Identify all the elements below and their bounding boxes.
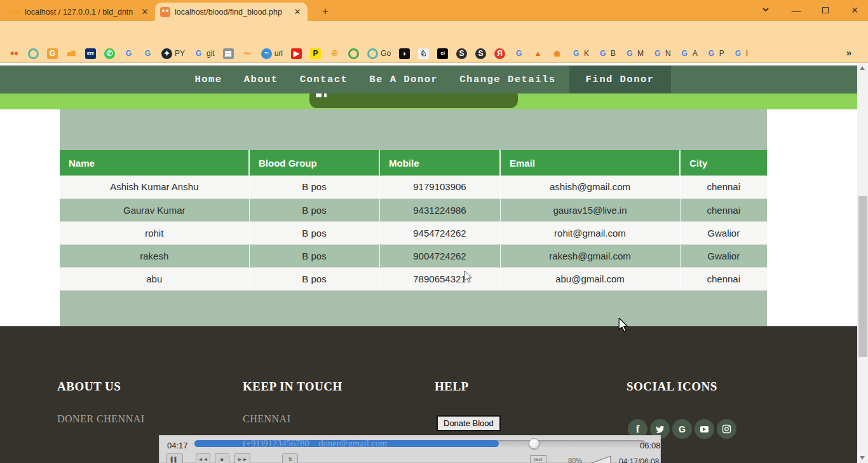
next-button[interactable]: ►►	[234, 453, 250, 463]
footer-heading: SOCIAL ICONS	[627, 380, 717, 394]
tab-phpmyadmin[interactable]: PMA localhost / 127.0.0.1 / bld_dntn / ✕	[6, 3, 154, 21]
bookmark-google-search-2[interactable]: G	[142, 48, 153, 59]
green-ring-icon	[348, 48, 359, 59]
restore-button[interactable]	[820, 5, 831, 17]
shuffle-button[interactable]: ⇅	[282, 453, 298, 463]
new-tab-button[interactable]: +	[319, 5, 332, 18]
bookmark-github[interactable]: ✦PY	[161, 48, 185, 59]
google-git-icon: G	[193, 48, 204, 59]
bookmark-google-a[interactable]: GA	[679, 48, 698, 59]
bookmark-screen-recorder[interactable]: ✇	[329, 48, 340, 59]
bookmark-runner[interactable]: ♘	[418, 48, 429, 59]
elapsed-time: 04:17	[167, 441, 188, 450]
scroll-down-arrow[interactable]	[860, 456, 865, 460]
donor-cell: 9431224986	[379, 198, 500, 221]
bookmark-diamond-pair[interactable]: ◆◆	[9, 48, 20, 59]
google-search-3-icon: G	[513, 48, 524, 59]
bookmark-google-m[interactable]: GM	[624, 48, 644, 59]
google-search-2-icon: G	[142, 48, 153, 59]
google-icon[interactable]: G	[672, 419, 692, 439]
bookmark-p-docs[interactable]: P	[310, 48, 321, 59]
tab-close-icon[interactable]: ✕	[140, 7, 150, 17]
bookmark-youtube[interactable]: ▶	[291, 48, 302, 59]
nav-item-be-a-donor[interactable]: Be A Donor	[361, 66, 446, 93]
bookmark-gandi-ring[interactable]	[28, 48, 39, 59]
pause-button[interactable]: ▌▌	[166, 453, 183, 463]
donor-cell: Gwalior	[680, 221, 767, 244]
bookmark-google-b[interactable]: GB	[597, 48, 616, 59]
tab-find-blood[interactable]: localhost/blood/find_blood.php ✕	[155, 3, 308, 21]
bookmark-dark-globe[interactable]: S	[456, 48, 467, 59]
bird-app-icon: ◗	[399, 48, 410, 59]
bookmark-google-i[interactable]: GI	[733, 48, 748, 59]
scroll-up-arrow[interactable]	[860, 66, 865, 70]
tab-close-icon[interactable]: ✕	[292, 7, 302, 17]
nav-item-about[interactable]: About	[236, 66, 287, 93]
volume-wedge-icon[interactable]	[590, 455, 612, 463]
bookmark-phpmyadmin[interactable]: PMA	[242, 48, 253, 59]
tab-search-icon[interactable]	[760, 5, 771, 17]
orange-docs-icon: G	[47, 48, 58, 59]
donor-cell: abu	[60, 267, 249, 290]
instagram-icon[interactable]	[717, 419, 736, 439]
column-header: Name	[60, 150, 249, 176]
donor-cell: chennai	[680, 198, 767, 221]
page-scrollbar[interactable]	[857, 63, 868, 463]
minimize-button[interactable]: —	[790, 5, 802, 17]
stop-button[interactable]: ■	[215, 453, 229, 463]
bookmark-bird-app[interactable]: ◗	[399, 48, 410, 59]
nav-item-change-details[interactable]: Change Details	[451, 66, 564, 93]
bookmark-yandex[interactable]: Я	[494, 48, 505, 59]
footer-col-contact: KEEP IN TOUCH	[243, 380, 342, 394]
bookmark-eye[interactable]: ◉	[552, 48, 562, 59]
runner-icon: ♘	[418, 48, 429, 59]
tab-strip: PMA localhost / 127.0.0.1 / bld_dntn / ✕…	[0, 0, 868, 21]
bookmark-matlab[interactable]: ▲	[532, 48, 543, 59]
bookmark-cl-tool[interactable]: cl	[437, 48, 448, 59]
bookmark-label: I	[746, 49, 748, 58]
bookmark-ieee[interactable]: IEEE	[85, 48, 96, 59]
gandi-ring-icon	[28, 48, 39, 59]
donor-cell: Gwalior	[680, 244, 767, 267]
previous-button[interactable]: ◄◄	[196, 453, 210, 463]
bookmark-google-n[interactable]: GN	[652, 48, 671, 59]
bookmark-google-search-3[interactable]: G	[513, 48, 524, 59]
bookmark-green-ring[interactable]	[348, 48, 359, 59]
bookmark-orange-docs[interactable]: G	[47, 48, 58, 59]
scrollbar-thumb[interactable]	[858, 196, 867, 357]
bookmarks-overflow-icon[interactable]: »	[846, 47, 851, 58]
bookmark-label: git	[207, 49, 215, 58]
donor-cell: ashish@gmail.com	[500, 176, 680, 198]
bookmark-label: K	[584, 49, 589, 58]
footer-city-text: CHENNAI	[243, 413, 291, 425]
ghost-footer-text: (+91)9123456780 doner@gmail.com	[243, 438, 548, 449]
text-tool-button[interactable]: text	[530, 455, 546, 463]
nav-item-contact[interactable]: Contact	[292, 66, 356, 93]
github-icon: ✦	[161, 48, 172, 59]
bookmark-google-git[interactable]: Ggit	[193, 48, 215, 59]
bookmark-toolbox[interactable]: ▤	[223, 48, 234, 59]
bookmark-godaddy[interactable]: Go	[367, 48, 391, 59]
bookmark-google-p[interactable]: GP	[706, 48, 724, 59]
bookmark-whatsapp[interactable]: ✆	[104, 48, 115, 59]
bookmark-dark-globe-2[interactable]: S	[475, 48, 486, 59]
footer-col-about: ABOUT US	[57, 380, 121, 394]
duration-time: 06:08	[640, 441, 661, 450]
youtube-icon[interactable]	[695, 419, 714, 439]
bookmark-google-k[interactable]: GK	[571, 48, 589, 59]
bookmark-url-shortener[interactable]: ~url	[261, 48, 283, 59]
donor-cell: B pos	[249, 221, 379, 244]
donor-row: Gaurav KumarB pos9431224986gaurav15@live…	[60, 198, 767, 221]
bookmark-google-search[interactable]: G	[123, 48, 134, 59]
nav-item-home[interactable]: Home	[186, 66, 230, 93]
nav-item-find-donor[interactable]: Find Donor	[569, 66, 671, 93]
tab-title: localhost/blood/find_blood.php	[175, 8, 288, 17]
youtube-icon: ▶	[291, 48, 302, 59]
close-window-button[interactable]: ×	[849, 5, 860, 17]
donor-cell: 9179103906	[379, 176, 500, 198]
footer-about-text: DONER CHENNAI	[57, 413, 145, 425]
zoom-level-label[interactable]: 80%	[568, 457, 582, 463]
xampp-favicon	[160, 7, 170, 17]
donate-blood-button[interactable]: Donate Blood	[437, 415, 501, 431]
bookmark-bar-chart[interactable]: ▅▇	[66, 48, 77, 59]
